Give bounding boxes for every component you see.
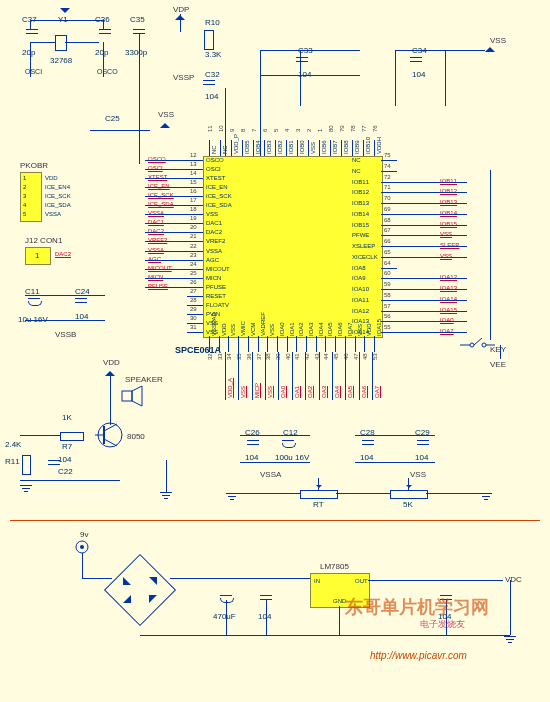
wire xyxy=(260,75,360,76)
net-label: VSS xyxy=(267,386,273,398)
chip-pin-label: IOA10 xyxy=(352,286,369,292)
net-wire xyxy=(397,225,467,226)
wire xyxy=(25,295,105,296)
svg-point-10 xyxy=(482,343,486,347)
c34-val: 104 xyxy=(412,70,425,79)
chip-pin-label: 64 xyxy=(384,260,391,266)
pin-stub xyxy=(374,336,375,352)
wire xyxy=(336,493,390,494)
net-label: IOA15 xyxy=(440,307,457,313)
c28-val: 104 xyxy=(360,453,373,462)
c22-ref: C22 xyxy=(58,467,73,476)
c26-cap xyxy=(247,440,259,445)
vssa-bot: VSSA xyxy=(260,470,281,479)
chip-pin-label: 2 xyxy=(306,129,312,132)
chip-pin-label: 23 xyxy=(190,252,197,258)
j12-pin: 1 xyxy=(35,251,39,260)
wire xyxy=(65,42,99,43)
chip-pin-label: FLOATV xyxy=(206,302,229,308)
pin-stub xyxy=(381,257,397,258)
chip-pin-label: IOB3 xyxy=(266,140,272,154)
cin2-val: 104 xyxy=(258,612,271,621)
net-label: OA1 xyxy=(294,386,300,398)
pin-stub xyxy=(381,321,397,322)
pot-wiper xyxy=(408,478,409,490)
wire xyxy=(339,606,340,635)
chip-pin-label: OSCI xyxy=(206,166,221,172)
chip-pin-label: IOB13 xyxy=(352,200,369,206)
svg-point-13 xyxy=(80,545,84,549)
chip-pin-label: DAC1 xyxy=(206,220,222,226)
wire xyxy=(240,435,310,436)
chip-pin-label: 1 xyxy=(317,129,323,132)
wire xyxy=(30,20,31,30)
chip-pin-label: 14 xyxy=(190,170,197,176)
chip-pin-label: IOB9 xyxy=(354,140,360,154)
net-wire xyxy=(397,214,467,215)
chip-pin-label: 56 xyxy=(384,313,391,319)
net-wire xyxy=(252,352,253,400)
pin-stub xyxy=(267,336,268,352)
chip-pin-label: ICE_EN xyxy=(206,184,228,190)
chip-pin-label: IOA11 xyxy=(352,297,369,303)
pin-stub xyxy=(374,140,375,156)
pin-stub xyxy=(381,311,397,312)
c32-val: 104 xyxy=(205,92,218,101)
pin-stub xyxy=(381,225,397,226)
chip-pin-label: 69 xyxy=(384,206,391,212)
chip-pin-label: 58 xyxy=(384,292,391,298)
chip-pin-label: 19 xyxy=(190,215,197,221)
chip-pin-label: IOB15 xyxy=(352,222,369,228)
j12-name: J12 CON1 xyxy=(25,236,62,245)
net-wire xyxy=(145,187,187,188)
net-label: VREF2 xyxy=(148,237,167,243)
chip-pin-label: VDD xyxy=(221,323,227,336)
crystal-y1 xyxy=(55,35,67,51)
chip-pin-label: NC xyxy=(352,168,361,174)
chip-pin-label: VSS xyxy=(357,324,363,336)
net-wire xyxy=(145,287,187,288)
pin-stub xyxy=(187,332,203,333)
pkobr-nums: 1 2 3 4 5 xyxy=(23,174,26,219)
gnd-arrow xyxy=(60,8,70,18)
chip-pin-label: 78 xyxy=(350,125,356,132)
chip-pin-label: AGC xyxy=(206,257,219,263)
chip-pin-label: IOA15 xyxy=(376,319,382,336)
chip-pin-label: DAC2 xyxy=(206,229,222,235)
net-label: IOA14 xyxy=(440,296,457,302)
wire xyxy=(510,580,511,635)
c32-cap xyxy=(203,80,215,85)
wire xyxy=(90,130,150,131)
pin-stub xyxy=(381,289,397,290)
chip-pin-label: 72 xyxy=(384,174,391,180)
pin-stub xyxy=(209,140,210,156)
pin-stub xyxy=(296,336,297,352)
net-wire xyxy=(145,160,187,161)
chip-pin-label: 9 xyxy=(229,129,235,132)
pwr-arrow xyxy=(175,10,185,20)
pin-stub xyxy=(363,140,364,156)
spk-name: SPEAKER xyxy=(125,375,163,384)
chip-pin-label: 13 xyxy=(190,161,197,167)
chip-pin-label: IOA7 xyxy=(347,322,353,336)
chip-pin-label: 45 xyxy=(333,353,339,360)
c29-val: 104 xyxy=(415,453,428,462)
chip-pin-label: IOB8 xyxy=(343,140,349,154)
net-wire xyxy=(225,352,226,400)
pin-stub xyxy=(381,246,397,247)
wire xyxy=(395,50,396,106)
chip-pin-label: VCM xyxy=(250,323,256,336)
net-wire xyxy=(397,203,467,204)
chip-pin-label: 27 xyxy=(190,288,197,294)
net-wire xyxy=(145,214,187,215)
net-label: OA5 xyxy=(347,386,353,398)
chip-pin-label: IOA5 xyxy=(327,322,333,336)
pin-stub xyxy=(248,336,249,352)
wire xyxy=(82,578,112,579)
net-label: MICN xyxy=(148,274,163,280)
net-label: OA4 xyxy=(334,386,340,398)
osco-label: OSCO xyxy=(97,68,118,75)
c12-cap xyxy=(282,440,296,448)
pin-stub xyxy=(319,140,320,156)
chip-pin-label: 38 xyxy=(265,353,271,360)
